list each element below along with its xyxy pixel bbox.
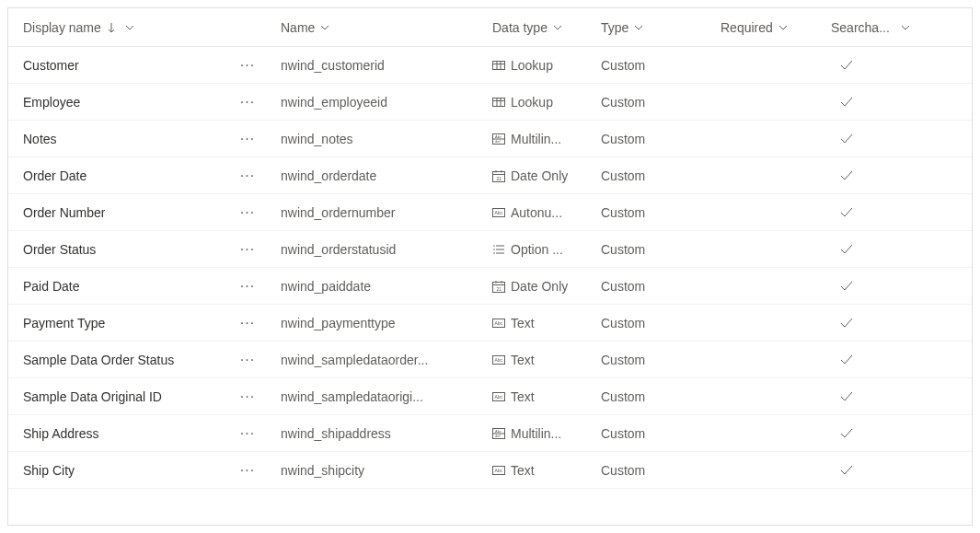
svg-point-21: [493, 249, 495, 250]
table-row[interactable]: Ship City···nwind_shipcityAbcTextCustom: [8, 452, 972, 489]
name-text: nwind_notes: [281, 132, 353, 146]
text-icon: Abc: [492, 390, 505, 403]
cell-data-type: AbcAutonu...: [492, 205, 601, 220]
more-actions-button[interactable]: ···: [235, 131, 260, 147]
cell-display-name[interactable]: Order Status: [23, 242, 235, 257]
name-text: nwind_customerid: [281, 58, 385, 73]
svg-text:Abc: Abc: [495, 357, 503, 363]
more-actions-button[interactable]: ···: [235, 315, 260, 331]
cell-display-name[interactable]: Payment Type: [23, 316, 235, 330]
name-text: nwind_orderstatusid: [281, 242, 396, 257]
cell-type: Custom: [601, 389, 721, 404]
text-icon: Abc: [492, 464, 505, 477]
cell-data-type: Lookup: [492, 58, 601, 73]
cell-display-name[interactable]: Ship Address: [23, 426, 235, 441]
more-actions-button[interactable]: ···: [235, 425, 260, 442]
chevron-down-icon: [553, 25, 562, 30]
data-type-text: Date Only: [511, 168, 568, 183]
cell-name: nwind_customerid: [281, 58, 492, 73]
cell-searchable: [831, 354, 941, 365]
column-header-searchable[interactable]: Searcha...: [831, 20, 941, 35]
more-actions-button[interactable]: ···: [235, 94, 260, 110]
column-header-display-name[interactable]: Display name: [23, 20, 235, 35]
svg-point-19: [493, 245, 495, 247]
table-row[interactable]: Sample Data Original ID···nwind_sampleda…: [8, 378, 972, 415]
cell-data-type: AbcdefMultilin...: [492, 132, 601, 146]
name-text: nwind_ordernumber: [281, 205, 396, 220]
table-row[interactable]: Order Number···nwind_ordernumberAbcAuton…: [8, 194, 972, 231]
column-header-required[interactable]: Required: [721, 20, 831, 35]
cell-name: nwind_paymenttype: [281, 316, 492, 330]
more-actions-button[interactable]: ···: [235, 241, 260, 258]
svg-rect-4: [493, 98, 505, 106]
cell-display-name[interactable]: Notes: [23, 132, 235, 146]
cell-actions: ···: [235, 131, 281, 147]
cell-display-name[interactable]: Paid Date: [23, 279, 235, 294]
svg-point-23: [493, 252, 495, 254]
chevron-down-icon: [125, 25, 134, 30]
type-text: Custom: [601, 168, 645, 183]
grid-body: Customer···nwind_customeridLookupCustomE…: [8, 47, 972, 489]
cell-display-name[interactable]: Customer: [23, 58, 235, 73]
more-actions-button[interactable]: ···: [235, 352, 260, 368]
table-row[interactable]: Paid Date···nwind_paiddate21Date OnlyCus…: [8, 268, 972, 305]
table-row[interactable]: Sample Data Order Status···nwind_sampled…: [8, 342, 972, 378]
table-row[interactable]: Order Date···nwind_orderdate21Date OnlyC…: [8, 157, 972, 194]
cell-type: Custom: [601, 132, 721, 146]
svg-text:def: def: [495, 139, 501, 144]
name-text: nwind_sampledataorigi...: [281, 389, 423, 404]
cell-data-type: Option ...: [492, 242, 601, 257]
cell-data-type: AbcText: [492, 353, 601, 367]
more-actions-button[interactable]: ···: [235, 278, 260, 295]
cell-name: nwind_orderstatusid: [281, 242, 492, 257]
name-text: nwind_shipaddress: [281, 426, 391, 441]
cell-actions: ···: [235, 425, 281, 442]
table-row[interactable]: Notes···nwind_notesAbcdefMultilin...Cust…: [8, 121, 972, 157]
display-name-text: Sample Data Original ID: [23, 389, 162, 404]
table-row[interactable]: Employee···nwind_employeeidLookupCustom: [8, 84, 972, 121]
column-header-label: Required: [721, 20, 773, 35]
cell-type: Custom: [601, 279, 721, 294]
chevron-down-icon: [778, 25, 788, 30]
grid-header-row: Display name Name Data type Type: [8, 8, 972, 47]
display-name-text: Sample Data Order Status: [23, 353, 174, 367]
more-actions-button[interactable]: ···: [235, 57, 260, 74]
cell-display-name[interactable]: Ship City: [23, 463, 235, 478]
display-name-text: Order Number: [23, 205, 105, 220]
more-actions-button[interactable]: ···: [235, 168, 260, 184]
data-type-text: Autonu...: [511, 205, 562, 220]
text-icon: Abc: [492, 353, 505, 366]
cell-type: Custom: [601, 242, 721, 257]
cell-display-name[interactable]: Order Number: [23, 205, 235, 220]
cell-actions: ···: [235, 204, 281, 221]
cell-name: nwind_shipcity: [281, 463, 492, 478]
text-icon: Abc: [492, 317, 505, 330]
cell-name: nwind_paiddate: [281, 279, 492, 294]
more-actions-button[interactable]: ···: [235, 462, 260, 479]
cell-display-name[interactable]: Order Date: [23, 168, 235, 183]
svg-rect-0: [493, 61, 505, 69]
column-header-label: Searcha...: [831, 20, 890, 35]
column-header-data-type[interactable]: Data type: [492, 20, 601, 35]
data-type-text: Lookup: [511, 58, 553, 73]
table-row[interactable]: Payment Type···nwind_paymenttypeAbcTextC…: [8, 305, 972, 342]
cell-actions: ···: [235, 352, 281, 368]
table-row[interactable]: Order Status···nwind_orderstatusidOption…: [8, 231, 972, 268]
type-text: Custom: [601, 242, 645, 257]
cell-display-name[interactable]: Employee: [23, 95, 235, 110]
cell-type: Custom: [601, 316, 721, 330]
type-text: Custom: [601, 95, 645, 110]
cell-display-name[interactable]: Sample Data Original ID: [23, 389, 235, 404]
table-row[interactable]: Ship Address···nwind_shipaddressAbcdefMu…: [8, 415, 972, 452]
table-row[interactable]: Customer···nwind_customeridLookupCustom: [8, 47, 972, 84]
cell-type: Custom: [601, 426, 721, 441]
column-header-type[interactable]: Type: [601, 20, 721, 35]
column-header-name[interactable]: Name: [281, 20, 492, 35]
cell-actions: ···: [235, 388, 281, 405]
cell-display-name[interactable]: Sample Data Order Status: [23, 353, 235, 367]
sort-arrow-down-icon: [107, 22, 116, 33]
more-actions-button[interactable]: ···: [235, 388, 260, 405]
cell-actions: ···: [235, 315, 281, 331]
more-actions-button[interactable]: ···: [235, 204, 260, 221]
display-name-text: Ship City: [23, 463, 75, 478]
